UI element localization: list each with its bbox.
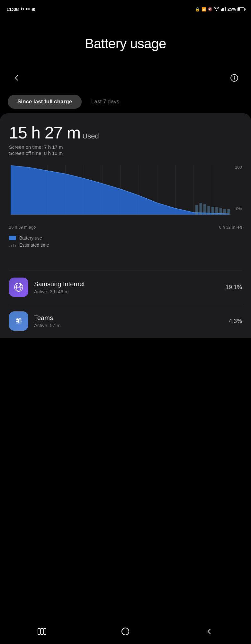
usage-time-row: 15 h 27 m Used [9, 124, 242, 141]
svg-rect-37 [38, 629, 40, 634]
samsung-internet-svg [13, 281, 25, 293]
svg-rect-21 [207, 206, 210, 215]
svg-rect-0 [221, 9, 222, 11]
chart-x-end: 6 h 32 m left [219, 225, 242, 230]
svg-rect-38 [41, 629, 43, 634]
svg-rect-2 [223, 8, 224, 11]
location-icon: ◉ [31, 7, 35, 12]
status-time-area: 11:08 ↻ ✉ ◉ [6, 6, 35, 12]
info-icon [230, 74, 238, 82]
chart-x-start: 15 h 39 m ago [9, 225, 36, 230]
chart-y-min: 0% [236, 206, 242, 211]
app-percent: 19.1% [226, 284, 242, 291]
nav-back-icon [206, 628, 213, 635]
app-name: Teams [34, 314, 223, 322]
chart-y-max: 100 [235, 165, 242, 170]
legend-bar-4 [15, 245, 16, 247]
wifi-icon [214, 7, 219, 12]
status-time: 11:08 [6, 6, 19, 12]
svg-rect-26 [227, 209, 230, 215]
svg-rect-20 [203, 204, 206, 215]
back-button[interactable] [10, 71, 24, 85]
battery-icon [238, 7, 245, 11]
app-icon-teams: T [9, 311, 28, 331]
svg-point-32 [21, 284, 22, 286]
status-right-icons: 🔒 📶 🔇 25% [195, 7, 245, 12]
nav-row [0, 71, 251, 85]
battery-chart [9, 165, 242, 223]
sync-icon: ↻ [21, 7, 24, 12]
chart-legend: Battery use Estimated time [9, 235, 242, 255]
status-bar: 11:08 ↻ ✉ ◉ 🔒 📶 🔇 25% [0, 0, 251, 17]
teams-icon-bg: T [9, 311, 28, 331]
svg-rect-22 [211, 207, 214, 215]
app-info-teams: Teams Active: 57 m [34, 314, 223, 328]
svg-rect-25 [223, 209, 226, 215]
back-icon [13, 74, 20, 81]
samsung-internet-icon-bg [9, 278, 28, 297]
svg-point-35 [16, 318, 18, 320]
mute-icon: 🔇 [208, 7, 212, 11]
usage-sub-info: Screen on time: 7 h 17 m Screen off time… [9, 144, 242, 156]
tab-pills: Since last full charge Last 7 days [0, 95, 251, 109]
usage-time-value: 15 h 27 m [9, 124, 80, 141]
legend-estimated-time: Estimated time [9, 242, 242, 248]
svg-rect-24 [220, 208, 222, 215]
bluetooth-icon: 📶 [202, 7, 206, 12]
tab-last-7-days[interactable]: Last 7 days [82, 95, 129, 109]
list-item[interactable]: T Teams Active: 57 m 4.3% [9, 304, 242, 338]
page-title: Battery usage [85, 36, 166, 52]
legend-estimated-label: Estimated time [19, 242, 49, 248]
app-percent: 4.3% [229, 318, 242, 325]
legend-bar-3 [13, 244, 14, 247]
info-button[interactable] [227, 71, 241, 85]
usage-time-label: Used [82, 132, 99, 140]
svg-rect-40 [122, 628, 129, 635]
lock-icon: 🔒 [195, 7, 200, 12]
home-icon [121, 627, 130, 636]
teams-svg: T [13, 315, 25, 327]
svg-rect-3 [225, 7, 226, 11]
home-button[interactable] [116, 624, 135, 639]
chart-x-labels: 15 h 39 m ago 6 h 32 m left [9, 225, 242, 230]
tab-since-last-charge[interactable]: Since last full charge [8, 95, 82, 109]
legend-fill-icon [9, 236, 16, 240]
legend-bars-icon [9, 243, 16, 247]
screen-on-time: Screen on time: 7 h 17 m [9, 144, 242, 150]
legend-battery-label: Battery use [19, 235, 42, 241]
recent-apps-button[interactable] [32, 624, 51, 639]
list-item[interactable]: Samsung Internet Active: 3 h 46 m 19.1% [9, 270, 242, 304]
signal-icon [221, 7, 226, 12]
main-card: 15 h 27 m Used Screen on time: 7 h 17 m … [0, 113, 251, 338]
app-info-samsung-internet: Samsung Internet Active: 3 h 46 m [34, 280, 220, 294]
chart-canvas: 100 [9, 165, 242, 223]
app-active-time: Active: 57 m [34, 323, 223, 328]
svg-point-36 [19, 318, 21, 320]
email-icon: ✉ [26, 7, 30, 12]
legend-battery-use: Battery use [9, 235, 242, 241]
nav-back-button[interactable] [200, 624, 219, 639]
usage-header: 15 h 27 m Used Screen on time: 7 h 17 m … [9, 124, 242, 156]
legend-bar-1 [9, 246, 10, 247]
page-title-area: Battery usage [0, 17, 251, 71]
battery-percent: 25% [228, 7, 236, 12]
app-active-time: Active: 3 h 46 m [34, 289, 220, 294]
svg-rect-23 [215, 207, 218, 215]
svg-rect-18 [195, 205, 198, 215]
svg-rect-19 [199, 203, 202, 215]
app-name: Samsung Internet [34, 280, 220, 288]
legend-bar-2 [11, 245, 12, 247]
recent-apps-icon [37, 628, 46, 635]
chart-area: 100 [9, 165, 242, 267]
screen-off-time: Screen off time: 8 h 10 m [9, 150, 242, 156]
bottom-nav [0, 621, 251, 644]
svg-rect-39 [44, 629, 46, 634]
svg-rect-1 [222, 8, 223, 11]
app-list: Samsung Internet Active: 3 h 46 m 19.1% … [9, 270, 242, 338]
app-icon-samsung-internet [9, 278, 28, 297]
